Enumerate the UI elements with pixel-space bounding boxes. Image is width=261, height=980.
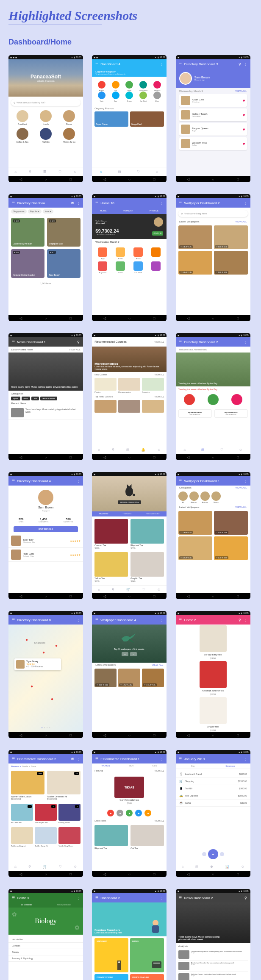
search-icon[interactable]: ⚲ [244,896,248,900]
search-icon[interactable]: ⚲ [238,618,242,622]
tab-icon[interactable]: ⌂ [14,170,17,174]
category-item[interactable]: Breakfast [12,110,33,125]
product-card[interactable]: Elephant Tee$300 [130,519,164,550]
service-item[interactable]: Services [150,81,164,92]
category-item[interactable]: Animals [200,491,210,503]
news-item[interactable]: Tesla board says Musk started getting ta… [178,949,248,961]
more-icon[interactable]: ⋮ [244,757,248,761]
category-item[interactable]: Lunch [35,110,56,125]
service-item[interactable]: Taxi [108,81,122,92]
tab-mycourses[interactable]: MY COURSES [21,904,32,906]
wallpaper-tile[interactable]: ♡ 2.3k 👁 6.2k [178,225,212,249]
view-all-link[interactable]: VIEW ALL [235,90,247,92]
tab-item[interactable]: RECOMMENDED [146,513,159,515]
filter-chip[interactable]: Singapore ▾ [11,209,27,214]
view-all-link[interactable]: VIEW ALL [235,220,247,223]
service-item[interactable]: Restaurant [136,81,150,92]
service-item[interactable]: Car Rent [136,92,150,102]
product-card[interactable]: Elephant Tee [94,825,128,850]
search-input[interactable]: ⚲ Find something here [178,210,248,217]
product-card[interactable]: -1Kids Graphic Tee [35,804,57,824]
filter-chip[interactable]: Popular ▾ [22,765,30,767]
category-chip[interactable]: Sports [11,397,20,400]
filter-icon[interactable]: ⛃ [70,757,75,761]
course-card[interactable]: Microeconomics [118,378,140,393]
service-item[interactable]: Hotel [122,81,136,92]
tab-expenses[interactable]: Expenses [225,765,235,767]
view-all-link[interactable]: VIEW ALL [155,769,164,772]
view-all-link[interactable]: VIEW ALL [152,664,163,666]
menu-icon[interactable]: ☰ [178,479,183,483]
featured-product[interactable]: TEXAS Comfort color tee $108 [92,773,167,808]
service-item[interactable]: Cruise [122,92,136,102]
category-item[interactable]: Abstract [189,491,199,503]
list-item[interactable]: Ride CafeOrchard · Cafe ★★★★★ [8,548,83,562]
wallpaper-tile[interactable]: ♡ 1.9k 👁 5.0k [214,511,248,535]
topic-row[interactable]: Introduction [8,936,83,943]
next-button[interactable]: → [130,652,137,656]
heart-icon[interactable]: ♥ [243,98,245,103]
more-icon[interactable]: ⋮ [160,201,164,205]
tab-item[interactable]: KIDS [152,764,157,767]
course-card[interactable]: Geometry [142,378,164,393]
menu-icon[interactable]: ☰ [94,896,99,900]
category-fab[interactable] [231,394,242,405]
category-item[interactable]: Nightlife [35,128,56,143]
place-card[interactable]: Tiger Savvy ★★★★★ 4.5 · 350 Reviews [14,658,61,670]
more-icon[interactable]: ⋮ [244,62,248,66]
pager-dot[interactable] [220,852,224,856]
product-card[interactable]: Cat Tee [130,825,164,850]
tab-icon[interactable]: ▤ [118,170,121,174]
menu-icon[interactable]: ☰ [11,479,15,483]
place-card[interactable]: Pepper QueenBugis ♥ [179,123,247,136]
heart-icon[interactable]: ♥ [243,142,245,146]
wallpaper-tile[interactable]: ♡ 2.9k 👁 7.3k [142,669,164,687]
action-item[interactable]: Books [130,247,146,260]
wallpaper-tile[interactable]: ♡ 3.1k 👁 7.8k [178,251,212,275]
more-icon[interactable]: ⋮ [160,62,164,66]
expense-row[interactable]: ☕Coffee $80.00 [176,800,250,807]
filter-chip[interactable]: Popular ▾ [28,209,42,214]
service-item[interactable]: Airport [94,81,108,92]
place-card[interactable]: Golden TouchOrchard Rd ♥ [179,108,247,121]
info-card[interactable]: My Saved Places8 of 10 Places [178,409,212,418]
wallpaper-tile[interactable]: ♡ 3.2k 👁 8.1k [178,536,212,560]
menu-icon[interactable]: ☰ [11,618,15,622]
more-icon[interactable]: ⋮ [244,618,248,622]
topic-row[interactable]: Anatomy & Physiology [8,955,83,962]
product-card[interactable]: -25 Toddler Ornament Kit$180 $234 [47,771,81,800]
news-item[interactable]: Blockchain Decoded Carbon credits market… [178,961,248,972]
product-card[interactable]: Angler tee$108 [176,696,250,732]
add-fab[interactable]: + [208,849,218,859]
place-tile[interactable]: ★ 4.8 Gardens By the Bay [11,218,44,247]
category-fab[interactable] [184,394,195,405]
map-pin-icon[interactable]: ● [51,697,53,701]
product-card[interactable]: -40% Women's Rain Jacket$220 $264 [11,771,44,800]
view-all-link[interactable]: VIEW ALL [155,341,164,343]
popup-button[interactable]: POP UP [152,231,164,236]
info-card[interactable]: My Liked Places8 of 10 Places [214,409,248,418]
category-tile[interactable]: BOOKS [130,938,164,972]
heart-icon[interactable]: ♥ [243,127,245,132]
wallpaper-tile[interactable]: ♡ 2.3k 👁 6.2k [94,669,117,687]
promo-card[interactable]: Super Saver [94,111,128,127]
place-card[interactable]: Western RiseRaffles ♥ [179,137,247,150]
tab-icon[interactable]: ☰ [43,170,46,174]
news-item[interactable]: Fight the Power: He tried on hand held t… [178,972,248,980]
pager-dot[interactable] [202,852,206,856]
news-hero[interactable]: Tesla board says Musk started going-priv… [8,353,83,391]
search-input[interactable]: ⚲ What are you looking for? [11,99,81,106]
edit-profile-button[interactable]: EDIT PROFILE [14,526,78,532]
search-icon[interactable]: ⚲ [238,62,242,66]
action-item[interactable]: Cards [112,261,128,274]
avatar[interactable] [38,490,53,505]
service-item[interactable]: More [150,92,164,102]
more-icon[interactable]: ⋮ [244,479,248,483]
expense-row[interactable]: 🍴Lunch with Friend $800.00 [176,771,250,778]
product-card[interactable]: Toddler King Shoes [58,827,81,847]
product-card[interactable]: Concert Tee$220 [94,519,128,550]
menu-icon[interactable]: ☰ [11,757,15,761]
course-card[interactable]: Physics [94,378,117,393]
color-fab[interactable]: ● [135,810,142,816]
map-pin-icon[interactable]: ● [31,684,33,688]
